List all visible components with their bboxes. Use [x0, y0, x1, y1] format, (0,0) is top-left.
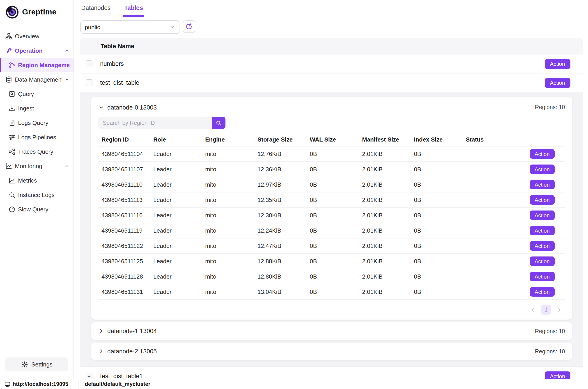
chevron-down-icon — [98, 104, 104, 110]
region-action-button[interactable]: Action — [530, 195, 555, 205]
refresh-button[interactable] — [183, 20, 195, 33]
region-row: 4398046511113 Leader mito 12.35KiB 0B 2.… — [98, 193, 565, 208]
region-icon — [8, 61, 15, 68]
sidebar-item-ingest[interactable]: Ingest — [0, 101, 73, 115]
flow-icon — [8, 148, 15, 155]
manifest-size-cell: 2.01KiB — [362, 196, 414, 203]
table-row: + numbers Action — [80, 55, 583, 73]
file-lines-icon — [8, 119, 15, 126]
sidebar-item-instance-logs[interactable]: Instance Logs — [0, 188, 73, 202]
sidebar-item-query[interactable]: Query — [0, 87, 73, 101]
statusbar-host: http://localhost:19095 — [0, 379, 78, 389]
sidebar-item-label: Data Management — [15, 76, 62, 83]
region-row: 4398046511110 Leader mito 12.97KiB 0B 2.… — [98, 177, 565, 193]
region-search-input[interactable] — [98, 117, 212, 129]
index-size-cell: 0B — [414, 181, 466, 188]
region-action-button[interactable]: Action — [530, 149, 555, 159]
region-id-cell: 4398046511110 — [101, 181, 153, 188]
tab-datanodes[interactable]: Datanodes — [80, 0, 112, 17]
sidebar-item-traces-query[interactable]: Traces Query — [0, 144, 73, 159]
search-icon — [216, 120, 222, 126]
sidebar-item-region-management[interactable]: Region Management — [0, 58, 73, 72]
sidebar-item-label: Ingest — [18, 105, 69, 112]
sidebar-item-logs-query[interactable]: Logs Query — [0, 115, 73, 130]
datanode-name: datanode-2:13005 — [107, 348, 157, 355]
sidebar-item-slow-query[interactable]: Slow Query — [0, 202, 73, 216]
sidebar-item-monitoring[interactable]: Monitoring — [0, 159, 73, 173]
region-action-button[interactable]: Action — [530, 272, 555, 281]
table-name-column-header: Table Name — [100, 43, 134, 50]
region-column-header: WAL Size — [310, 136, 362, 143]
engine-cell: mito — [205, 166, 258, 173]
engine-cell: mito — [205, 258, 258, 265]
database-select[interactable]: public — [80, 20, 179, 34]
file-search-icon — [8, 90, 15, 97]
region-row: 4398046511104 Leader mito 12.76KiB 0B 2.… — [98, 146, 565, 162]
region-action-button[interactable]: Action — [530, 180, 555, 189]
sidebar-item-logs-pipelines[interactable]: Logs Pipelines — [0, 130, 73, 144]
tables-header-row: Table Name — [80, 38, 583, 55]
table-row: + test_dist_table1 Action — [80, 367, 583, 379]
wal-size-cell: 0B — [310, 227, 362, 234]
table-action-button[interactable]: Action — [545, 371, 570, 379]
expand-button[interactable]: + — [86, 60, 93, 67]
gear-icon — [21, 361, 28, 368]
sidebar-item-label: Region Management — [18, 62, 69, 68]
storage-size-cell: 12.80KiB — [258, 273, 310, 280]
expand-button[interactable]: + — [86, 373, 93, 379]
collapse-button[interactable]: − — [86, 79, 93, 86]
table-action-button[interactable]: Action — [545, 59, 570, 69]
toolbar: public — [80, 20, 583, 34]
wal-size-cell: 0B — [310, 258, 362, 265]
sidebar-item-operation[interactable]: Operation — [0, 43, 73, 58]
datanode-section-2[interactable]: datanode-2:13005 Regions: 10 — [91, 343, 572, 360]
greptime-logo[interactable]: Greptime — [0, 0, 73, 26]
sidebar: Greptime Overview Operation — [0, 0, 74, 379]
statusbar-url: http://localhost:19095 — [13, 381, 68, 387]
chevron-up-icon — [65, 48, 69, 53]
chevron-up-icon — [65, 163, 69, 168]
sidebar-item-overview[interactable]: Overview — [0, 29, 73, 43]
sidebar-item-label: Monitoring — [15, 162, 62, 169]
settings-button[interactable]: Settings — [5, 357, 68, 371]
region-id-cell: 4398046511116 — [101, 212, 153, 219]
sidebar-nav: Overview Operation Region Management — [0, 26, 73, 216]
datanode-name: datanode-1:13004 — [107, 328, 157, 334]
chart-icon — [5, 162, 12, 169]
index-size-cell: 0B — [414, 258, 466, 265]
region-action-button[interactable]: Action — [530, 226, 555, 235]
storage-size-cell: 12.88KiB — [258, 258, 310, 265]
manifest-size-cell: 2.01KiB — [362, 212, 414, 219]
region-search — [98, 117, 565, 129]
region-action-button[interactable]: Action — [530, 287, 555, 297]
pagination-prev-icon[interactable] — [530, 307, 536, 313]
greptime-logo-icon — [5, 5, 19, 19]
table-row: − test_dist_table Action — [80, 73, 583, 92]
region-action-button[interactable]: Action — [530, 211, 555, 220]
tab-tables[interactable]: Tables — [123, 0, 144, 17]
statusbar: http://localhost:19095 default/default_m… — [0, 379, 588, 389]
sidebar-item-label: Traces Query — [18, 148, 69, 155]
region-action-button[interactable]: Action — [530, 241, 555, 251]
region-action-button[interactable]: Action — [530, 257, 555, 266]
region-column-header: Status — [466, 136, 505, 143]
chevron-up-icon — [65, 77, 69, 82]
pagination-next-icon[interactable] — [556, 307, 562, 313]
sidebar-item-label: Instance Logs — [18, 191, 69, 198]
pagination-page-1[interactable]: 1 — [541, 305, 551, 315]
search-button[interactable] — [212, 117, 226, 129]
sidebar-item-data-management[interactable]: Data Management — [0, 72, 73, 87]
table-name: numbers — [100, 60, 545, 67]
wal-size-cell: 0B — [310, 243, 362, 249]
sidebar-item-metrics[interactable]: Metrics — [0, 173, 73, 188]
storage-size-cell: 12.24KiB — [258, 227, 310, 234]
region-id-cell: 4398046511104 — [101, 151, 153, 157]
region-action-button[interactable]: Action — [530, 164, 555, 174]
datanode-section-1[interactable]: datanode-1:13004 Regions: 10 — [91, 322, 572, 340]
table-action-button[interactable]: Action — [545, 78, 570, 88]
database-select-value: public — [85, 24, 169, 31]
datanode-header[interactable]: datanode-0:13003 Regions: 10 — [98, 99, 565, 115]
index-size-cell: 0B — [414, 289, 466, 295]
index-size-cell: 0B — [414, 212, 466, 219]
sidebar-item-label: Query — [18, 90, 69, 97]
